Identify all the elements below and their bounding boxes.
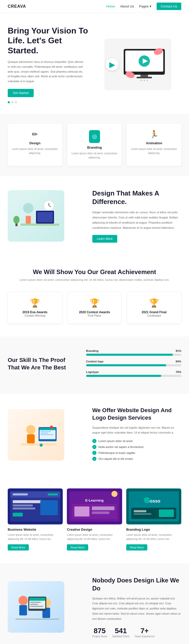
service-animation-desc: Lorem ipsum dolor sit amet, consectetur … xyxy=(131,147,177,155)
design-text: Design That Makes A Difference. Integer … xyxy=(92,189,181,243)
trophy-icon-1: 🏆 xyxy=(12,298,58,308)
nav-pages[interactable]: Pages ▾ xyxy=(139,4,151,8)
nobody-image xyxy=(8,581,82,633)
hero-dot-1[interactable] xyxy=(8,101,10,103)
trophy-icon-2: 🏆 xyxy=(72,298,118,308)
svg-rect-38 xyxy=(13,504,33,506)
svg-rect-41 xyxy=(40,500,58,515)
hero-image xyxy=(95,39,182,90)
portfolio-readmore-branding[interactable]: Read More xyxy=(126,544,147,550)
service-branding-title: Branding xyxy=(71,146,118,149)
nobody-text: Nobody Does Design Like We Do Quisque or… xyxy=(92,576,181,638)
svg-rect-68 xyxy=(15,618,59,620)
nobody-body: Quisque orci tellus, finibisc erit amet … xyxy=(92,596,181,622)
skill-label-branding: Branding xyxy=(86,349,98,352)
svg-point-30 xyxy=(50,426,53,429)
stat-clients: 541 Satisfied Client xyxy=(112,627,129,638)
learn-more-button[interactable]: Learn More xyxy=(92,235,117,243)
portfolio-image-business xyxy=(8,488,63,524)
nav-about[interactable]: About Us xyxy=(120,4,134,8)
animation-icon: 🏃 xyxy=(131,130,177,139)
hero-heading: Bring Your Vision To Life. Let's Get Sta… xyxy=(8,26,95,55)
achievement-section: We Will Show You Our Great Achievement L… xyxy=(0,256,189,336)
svg-point-8 xyxy=(140,80,142,81)
nobody-illustration xyxy=(8,581,64,633)
svg-rect-57 xyxy=(159,510,174,517)
service-animation-title: Animation xyxy=(131,141,177,145)
stat-experience: 7+ Years Experience xyxy=(134,627,155,638)
skill-fill-logo xyxy=(86,364,166,366)
hero-description: Quisque elementum risus ut rhoncus imper… xyxy=(8,60,85,83)
achievement-card-3: 🏆 2021 Grand Final Contestant xyxy=(127,292,181,324)
svg-rect-35 xyxy=(13,494,28,496)
design-image xyxy=(8,190,82,242)
nav-home[interactable]: Home xyxy=(106,4,115,8)
svg-rect-27 xyxy=(41,431,51,432)
svg-rect-48 xyxy=(92,512,110,514)
hero-dot-3[interactable] xyxy=(15,101,17,103)
svg-rect-29 xyxy=(41,434,53,435)
svg-text:E-Learning: E-Learning xyxy=(85,498,104,502)
svg-rect-47 xyxy=(92,506,115,510)
portfolio-image-creative: E-Learning xyxy=(67,488,122,524)
offer-heading: We Offer Website Design And Logo Design … xyxy=(92,407,181,421)
skill-percent-logo: 84% xyxy=(176,360,181,363)
skill-label-logotype: Logotype xyxy=(86,370,99,374)
nobody-section: Nobody Does Design Like We Do Quisque or… xyxy=(0,563,189,644)
svg-point-53 xyxy=(144,497,150,503)
service-branding-desc: Lorem ipsum dolor sit amet, consectetur … xyxy=(71,151,118,160)
skill-track-logo xyxy=(86,364,181,366)
offer-list-item-2: Nulla auctor vel sapien a fermentum xyxy=(92,445,181,449)
offer-desc: Suspendisse tristique dui vel logistic d… xyxy=(92,425,181,436)
skills-bars: Branding 91% Content logo 84% Logotype 7… xyxy=(86,349,181,381)
achievement-subtitle-1: Contest Winning xyxy=(12,314,58,317)
achievement-card-2: 🏆 2020 Contest Awards First Place xyxy=(67,292,122,324)
portfolio-desc-business: Lorem ipsum dolor sit amet, consectetur … xyxy=(8,533,63,541)
branding-icon: ◎ xyxy=(92,133,97,140)
navbar: CREAVA Home About Us Pages ▾ Contact Us xyxy=(0,0,189,13)
stat-projects-num: 875 xyxy=(92,627,107,635)
portfolio-grid: Business Website Lorem ipsum dolor sit a… xyxy=(8,488,181,550)
trophy-icon-3: 🏆 xyxy=(131,298,177,308)
services-section: ✏ Design Lorem ipsum dolor sit amet, con… xyxy=(0,114,189,176)
contact-us-button[interactable]: Contact Us xyxy=(157,3,181,10)
portfolio-item-branding: cosso Branding Logo Lorem ipsum dolor si… xyxy=(126,488,181,550)
stat-experience-label: Years Experience xyxy=(134,635,155,638)
portfolio-label-business: Business Website xyxy=(8,528,63,531)
portfolio-readmore-business[interactable]: Read More xyxy=(8,544,29,550)
stat-experience-num: 7+ xyxy=(134,627,155,635)
achievement-card-1: 🏆 2019 Eva Awards Contest Winning xyxy=(8,292,62,324)
design-illustration xyxy=(8,190,64,242)
hero-cta-button[interactable]: Get Started xyxy=(8,89,34,97)
svg-rect-65 xyxy=(30,602,41,603)
portfolio-readmore-creative[interactable]: Read More xyxy=(67,544,88,550)
achievement-subtitle-3: Contestant xyxy=(131,314,177,317)
portfolio-label-creative: Creative Design xyxy=(67,528,122,531)
skill-bar-logo: Content logo 84% xyxy=(86,360,181,366)
service-card-design: ✏ Design Lorem ipsum dolor sit amet, con… xyxy=(8,124,62,166)
skill-label-logo: Content logo xyxy=(86,360,104,363)
svg-rect-22 xyxy=(27,434,35,443)
svg-rect-23 xyxy=(21,443,57,445)
svg-rect-36 xyxy=(48,494,58,496)
svg-rect-66 xyxy=(30,604,38,605)
svg-point-58 xyxy=(19,596,28,605)
svg-rect-46 xyxy=(75,506,89,516)
svg-rect-40 xyxy=(13,513,23,517)
portfolio-desc-branding: Lorem ipsum dolor sit amet, consectetur … xyxy=(126,533,181,541)
svg-rect-17 xyxy=(21,224,59,226)
nav-links: Home About Us Pages ▾ Contact Us xyxy=(106,3,181,10)
offer-section: We Offer Website Design And Logo Design … xyxy=(0,394,189,476)
service-card-branding: ◎ Branding Lorem ipsum dolor sit amet, c… xyxy=(67,124,122,166)
skills-section: Our Skill Is The Proof That We Are The B… xyxy=(0,336,189,394)
skill-percent-logotype: 79% xyxy=(176,370,181,374)
offer-illustration xyxy=(8,409,64,461)
svg-point-10 xyxy=(147,80,148,81)
portfolio-item-creative: E-Learning Creative Design Lorem ipsum d… xyxy=(67,488,122,550)
svg-point-11 xyxy=(23,203,33,213)
hero-section: Bring Your Vision To Life. Let's Get Sta… xyxy=(0,13,189,114)
stat-clients-label: Satisfied Client xyxy=(112,635,129,638)
nav-logo: CREAVA xyxy=(8,4,26,9)
hero-dot-2[interactable] xyxy=(11,101,13,103)
svg-point-9 xyxy=(143,80,145,81)
